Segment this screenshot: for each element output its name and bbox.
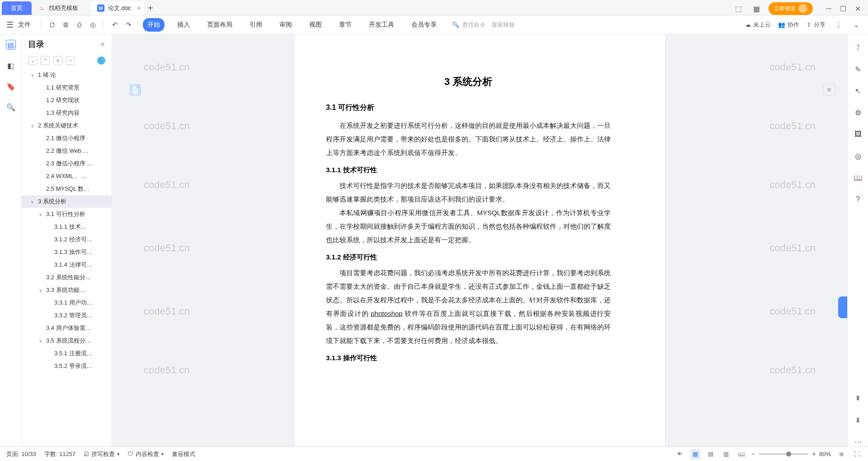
maximize-icon[interactable]: ☐ [837, 3, 849, 14]
word-count[interactable]: 字数: 11257 [44, 450, 75, 458]
layout-icon[interactable]: ⬚ [732, 3, 744, 14]
scroll-top-icon[interactable]: ⤴ [853, 42, 863, 52]
outline-item[interactable]: 3.3.1 用户功… [22, 296, 112, 309]
file-menu[interactable]: 文件 [18, 21, 31, 29]
zoom-control[interactable]: − + 80% [752, 451, 831, 457]
share-button[interactable]: ⇪分享 [807, 21, 826, 29]
pen-icon[interactable]: ✎ [853, 64, 863, 74]
ribbon-tab-vip[interactable]: 会员专享 [407, 18, 441, 32]
outline-item[interactable]: 3.2 系统性能分… [22, 271, 112, 284]
menu-icon[interactable]: ☰ [6, 20, 14, 30]
outline-item[interactable]: 2.1 微信小程序 [22, 132, 112, 145]
book-icon[interactable]: 📖 [853, 173, 863, 183]
page-tool-icon[interactable]: ≡ [823, 84, 835, 96]
redo-icon[interactable]: ↷ [123, 19, 134, 30]
minimize-icon[interactable]: ─ [823, 3, 835, 14]
document-area[interactable]: code51.cn code51.cn code51.cn code51.cn … [112, 34, 847, 447]
spellcheck-button[interactable]: ☑拼写检查▾ [84, 450, 119, 458]
grid-icon[interactable]: ▦ [750, 3, 762, 14]
fullscreen-icon[interactable]: ⛶ [852, 449, 862, 459]
outline-item[interactable]: 1.3 研究内容 [22, 107, 112, 119]
tab-home[interactable]: 首页 [2, 1, 32, 15]
side-tab[interactable] [838, 296, 847, 318]
ribbon-tab-chapter[interactable]: 章节 [335, 18, 356, 32]
slide-icon[interactable]: ◧ [6, 61, 16, 71]
zoom-in-icon[interactable]: + [812, 451, 816, 457]
outline-item[interactable]: 3.4 用户体验需… [22, 322, 112, 334]
collapse-icon[interactable]: ⌄ [851, 19, 862, 30]
cloud-status[interactable]: ☁未上云 [745, 21, 771, 29]
ribbon-tab-start[interactable]: 开始 [143, 18, 165, 32]
ribbon-tab-review[interactable]: 审阅 [275, 18, 297, 32]
outline-item[interactable]: ∨3.5 系统流程分… [22, 334, 112, 347]
outline-item[interactable]: 3.1.2 经济可… [22, 233, 112, 246]
page-marker-icon[interactable]: 📄 [129, 84, 141, 96]
add-page-icon[interactable]: ⊕ [836, 449, 846, 459]
remove-icon[interactable]: − [66, 56, 75, 65]
content-check-button[interactable]: 🛡内容检查▾ [127, 450, 164, 458]
outline-item[interactable]: 3.3.2 管理员… [22, 309, 112, 322]
new-tab-button[interactable]: + [144, 1, 157, 15]
outline-item[interactable]: 2.3 微信小程序 … [22, 157, 112, 170]
command-search[interactable]: 🔍 查找命令、搜索模板 [452, 21, 515, 29]
outline-item[interactable]: 1.1 研究背景 [22, 81, 112, 94]
close-icon[interactable]: ▢ [124, 5, 130, 12]
zoom-slider[interactable] [759, 453, 808, 455]
outline-item[interactable]: ∨1 绪 论 [22, 69, 112, 81]
ribbon-tab-view[interactable]: 视图 [305, 18, 326, 32]
save-as-icon[interactable]: 🗎 [60, 19, 71, 30]
zoom-out-icon[interactable]: − [752, 451, 755, 457]
collab-button[interactable]: 👥协作 [778, 21, 799, 29]
outline-item[interactable]: ∨3.1 可行性分析 [22, 208, 112, 221]
view-outline-icon[interactable]: ▥ [721, 449, 731, 459]
view-read-icon[interactable]: 📖 [736, 449, 746, 459]
bookmark-icon[interactable]: 🔖 [6, 81, 16, 91]
outline-icon[interactable]: ▤ [6, 40, 16, 50]
more-icon[interactable]: ⋮ [833, 19, 844, 30]
outline-item[interactable]: 3.1.1 技术… [22, 221, 112, 233]
ribbon-tab-reference[interactable]: 引用 [245, 18, 267, 32]
print-icon[interactable]: ⎙ [74, 19, 85, 30]
cursor-icon[interactable]: ↖ [853, 86, 863, 96]
ribbon-tab-layout[interactable]: 页面布局 [203, 18, 237, 32]
compat-mode[interactable]: 兼容模式 [172, 450, 195, 458]
help-icon[interactable]: ? [853, 194, 863, 204]
outline-item[interactable]: 3.5.2 登录流… [22, 360, 112, 372]
tab-template[interactable]: ♨ 找稻壳模板 [32, 1, 91, 15]
outline-item[interactable]: 3.5.1 注册流… [22, 347, 112, 360]
close-window-icon[interactable]: ✕ [852, 3, 863, 14]
outline-item[interactable]: 1.2 研究现状 [22, 94, 112, 107]
expand-all-icon[interactable]: ⌃ [41, 56, 50, 65]
view-web-icon[interactable]: ▤ [706, 449, 716, 459]
login-button[interactable]: 立即登录 [769, 2, 813, 15]
more-icon[interactable]: ⋯ [853, 437, 863, 447]
ribbon-tab-dev[interactable]: 开发工具 [364, 18, 399, 32]
outline-item[interactable]: ∨3.3 系统功能… [22, 284, 112, 296]
close-icon[interactable]: × [137, 5, 141, 12]
close-icon[interactable]: ✕ [100, 41, 105, 48]
outline-item[interactable]: 3.1.3 操作可… [22, 246, 112, 259]
outline-item[interactable]: 2.2 微信 Web … [22, 145, 112, 157]
settings-icon[interactable]: ⚙ [853, 108, 863, 118]
eye-icon[interactable]: 👁 [675, 449, 685, 459]
image-icon[interactable]: 🖼 [853, 129, 863, 139]
undo-icon[interactable]: ↶ [109, 19, 120, 30]
view-page-icon[interactable]: ▦ [690, 449, 700, 459]
outline-item[interactable]: 3.1.4 法律可… [22, 259, 112, 271]
outline-item[interactable]: ∨3 系统分析 [22, 195, 112, 208]
sync-icon[interactable] [97, 56, 105, 65]
target-icon[interactable]: ◎ [853, 151, 863, 161]
nav-up-icon[interactable]: ⇞ [853, 393, 863, 403]
find-icon[interactable]: 🔍 [6, 102, 16, 112]
zoom-value[interactable]: 80% [819, 451, 831, 457]
ribbon-tab-insert[interactable]: 插入 [173, 18, 194, 32]
outline-item[interactable]: 2.5 MYSQL 数… [22, 183, 112, 195]
save-icon[interactable]: 🗋 [47, 19, 57, 30]
add-icon[interactable]: + [53, 56, 62, 65]
outline-item[interactable]: ∨2 系统关键技术 [22, 119, 112, 132]
nav-down-icon[interactable]: ⇟ [853, 415, 863, 425]
outline-item[interactable]: 2.4 WXML 、… [22, 170, 112, 183]
tab-document[interactable]: W 论文.doc ▢ × [91, 1, 144, 15]
collapse-all-icon[interactable]: ⌄ [28, 56, 37, 65]
preview-icon[interactable]: ◎ [87, 19, 98, 30]
